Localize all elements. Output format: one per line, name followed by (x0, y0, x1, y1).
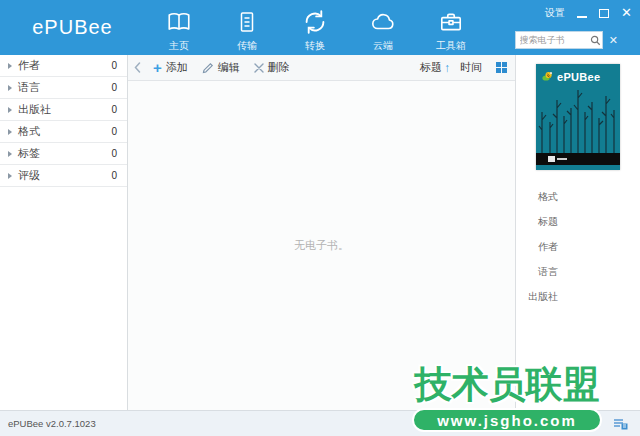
sidebar-item-language[interactable]: 语言 0 (0, 77, 127, 99)
version-text: ePUBee v2.0.7.1023 (8, 418, 96, 429)
cover-title: ePUBee (557, 71, 600, 83)
sort-controls: 标题 ↑ 时间 (420, 60, 507, 75)
meta-field-author: 作者 (516, 234, 640, 259)
sidebar-item-count: 0 (111, 60, 117, 71)
close-button[interactable]: ✕ (621, 8, 632, 18)
nav-item-cloud[interactable]: 云端 (349, 4, 417, 54)
meta-field-title: 标题 (516, 209, 640, 234)
cover-bar-logo (548, 156, 555, 162)
sidebar-item-label: 格式 (18, 124, 40, 139)
add-button[interactable]: + 添加 (153, 60, 188, 75)
sidebar-item-tags[interactable]: 标签 0 (0, 143, 127, 165)
meta-field-format: 格式 (516, 184, 640, 209)
maximize-button[interactable] (599, 9, 609, 18)
edit-button[interactable]: 编辑 (202, 60, 240, 75)
trees-illustration (536, 82, 620, 154)
sidebar-item-label: 语言 (18, 80, 40, 95)
sidebar-item-count: 0 (111, 82, 117, 93)
meta-label: 出版社 (516, 290, 558, 304)
sidebar-item-count: 0 (111, 148, 117, 159)
sidebar-item-author[interactable]: 作者 0 (0, 55, 127, 77)
nav-label: 传输 (237, 39, 257, 53)
sidebar-item-count: 0 (111, 104, 117, 115)
book-list-area: 无电子书。 (128, 81, 515, 410)
expand-arrow-icon (8, 85, 12, 91)
header: ePUBee 主页 传输 (0, 0, 640, 55)
nav-label: 转换 (305, 39, 325, 53)
nav-item-home[interactable]: 主页 (145, 4, 213, 54)
toolbox-icon (437, 7, 465, 37)
sort-by-title[interactable]: 标题 ↑ (420, 60, 450, 75)
sort-time-label: 时间 (460, 60, 482, 75)
book-metadata: 格式 标题 作者 语言 出版社 (516, 184, 640, 309)
main-nav: 主页 传输 (145, 4, 485, 54)
expand-arrow-icon (8, 151, 12, 157)
nav-label: 主页 (169, 39, 189, 53)
settings-button[interactable]: 设置 (545, 6, 565, 20)
nav-item-toolbox[interactable]: 工具箱 (417, 4, 485, 54)
app-logo: ePUBee (0, 0, 145, 55)
sidebar-item-label: 作者 (18, 58, 40, 73)
window-controls: 设置 ✕ (545, 6, 632, 20)
nav-label: 工具箱 (436, 39, 466, 53)
meta-label: 格式 (516, 190, 558, 204)
cloud-icon (369, 7, 397, 37)
meta-label: 语言 (516, 265, 558, 279)
sidebar-item-publisher[interactable]: 出版社 0 (0, 99, 127, 121)
sidebar-item-count: 0 (111, 126, 117, 137)
book-cover[interactable]: ePUBee (536, 64, 620, 170)
meta-label: 标题 (516, 215, 558, 229)
sidebar-item-label: 标签 (18, 146, 40, 161)
delete-button[interactable]: 删除 (254, 60, 290, 75)
empty-state-text: 无电子书。 (294, 238, 349, 253)
expand-arrow-icon (8, 129, 12, 135)
pencil-icon (202, 62, 214, 74)
book-icon (165, 7, 193, 37)
add-label: 添加 (166, 60, 188, 75)
nav-item-transfer[interactable]: 传输 (213, 4, 281, 54)
sort-by-time[interactable]: 时间 (460, 60, 482, 75)
grid-view-icon[interactable] (496, 62, 507, 73)
sidebar-item-rating[interactable]: 评级 0 (0, 165, 127, 187)
search-box (515, 31, 603, 49)
sort-title-label: 标题 (420, 60, 442, 75)
list-view-icon[interactable] (613, 418, 628, 430)
x-icon (254, 63, 264, 73)
search-input[interactable] (520, 35, 590, 45)
plus-icon: + (153, 60, 162, 75)
document-icon (235, 7, 259, 37)
cover-bottom-bar (536, 153, 620, 165)
edit-label: 编辑 (218, 60, 240, 75)
search-clear-icon[interactable]: ✕ (609, 35, 618, 46)
body: 作者 0 语言 0 出版社 0 格式 0 标签 0 (0, 55, 640, 410)
detail-panel: ePUBee (515, 55, 640, 410)
main-area: + 添加 编辑 删除 标题 (128, 55, 515, 410)
nav-label: 云端 (373, 39, 393, 53)
meta-field-publisher: 出版社 (516, 284, 640, 309)
sidebar-item-label: 出版社 (18, 102, 51, 117)
toolbar: + 添加 编辑 删除 标题 (128, 55, 515, 81)
sort-ascending-icon: ↑ (444, 62, 450, 74)
search-area: ✕ (515, 31, 618, 49)
sidebar-item-label: 评级 (18, 168, 40, 183)
sidebar-item-count: 0 (111, 170, 117, 181)
minimize-button[interactable] (577, 9, 587, 18)
expand-arrow-icon (8, 173, 12, 179)
back-button[interactable] (134, 62, 141, 73)
expand-arrow-icon (8, 107, 12, 113)
search-icon[interactable] (590, 35, 601, 46)
nav-item-convert[interactable]: 转换 (281, 4, 349, 54)
cover-bar-text (557, 158, 567, 160)
meta-field-language: 语言 (516, 259, 640, 284)
app-window: ePUBee 主页 传输 (0, 0, 640, 436)
status-bar: ePUBee v2.0.7.1023 (0, 410, 640, 436)
meta-label: 作者 (516, 240, 558, 254)
refresh-icon (301, 7, 329, 37)
sidebar: 作者 0 语言 0 出版社 0 格式 0 标签 0 (0, 55, 128, 410)
sidebar-item-format[interactable]: 格式 0 (0, 121, 127, 143)
delete-label: 删除 (268, 60, 290, 75)
expand-arrow-icon (8, 63, 12, 69)
